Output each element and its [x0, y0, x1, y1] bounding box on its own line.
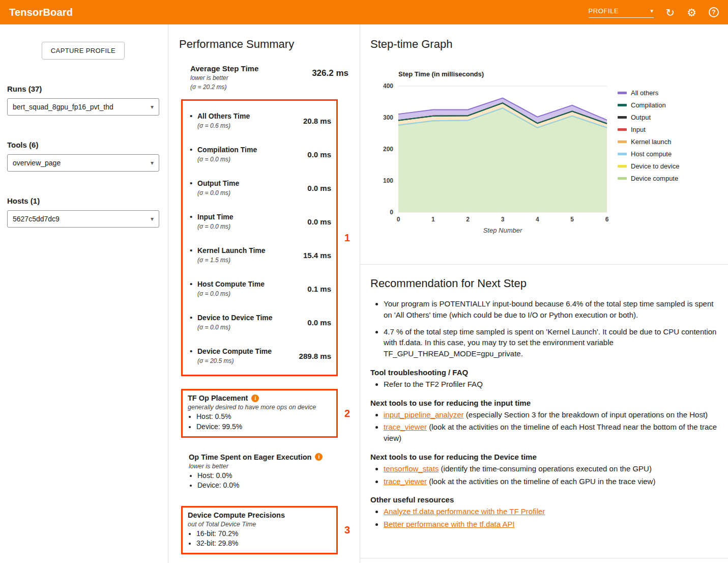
average-step-time-note: lower is better [190, 74, 312, 82]
legend-label: All others [631, 89, 658, 97]
legend-swatch [618, 177, 627, 180]
tools-label: Tools (6) [7, 140, 159, 149]
reco-section-input-time: Next tools to use for reducing the input… [370, 399, 718, 444]
dashboard-selector-value: PROFILE [589, 7, 619, 15]
tf-op-device-item: Device: 99.5% [196, 422, 331, 432]
chart-title: Step Time (in milliseconds) [398, 70, 718, 78]
svg-text:4: 4 [536, 216, 539, 223]
metric-sigma: (σ = 0.0 ms) [197, 189, 307, 196]
reco-item: Better performance with the tf.data API [384, 519, 718, 530]
reco-heading: Next tools to use for reducing the input… [370, 399, 718, 407]
metric-sigma: (σ = 0.0 ms) [197, 324, 307, 331]
svg-text:100: 100 [383, 177, 393, 184]
reco-link[interactable]: Analyze tf.data performance with the TF … [384, 507, 545, 516]
legend-item: Host compute [618, 150, 679, 158]
reco-link[interactable]: Better performance with the tf.data API [384, 520, 515, 528]
reco-section-resources: Other useful resources Analyze tf.data p… [370, 495, 718, 530]
capture-profile-button[interactable]: CAPTURE PROFILE [42, 42, 125, 60]
runs-label: Runs (37) [7, 85, 159, 93]
sidebar: CAPTURE PROFILE Runs (37) bert_squad_8gp… [0, 24, 168, 563]
tf-op-placement-title: TF Op Placement [188, 394, 248, 402]
metric-value: 0.0 ms [307, 318, 331, 327]
refresh-icon[interactable]: ↻ [666, 7, 675, 18]
runs-select[interactable]: bert_squad_8gpu_fp16_pvt_thd ▾ [7, 98, 159, 116]
reco-item: tensorflow_stats (identify the time-cons… [384, 463, 718, 474]
svg-text:200: 200 [383, 146, 393, 153]
hosts-select-value: 5627c5dd7dc9 [13, 215, 60, 223]
hosts-label: Hosts (1) [7, 196, 159, 205]
reco-section-faq: Tool troubleshooting / FAQ Refer to the … [370, 368, 718, 390]
metric-sigma: (σ = 0.6 ms) [197, 122, 303, 129]
svg-text:300: 300 [383, 114, 393, 121]
hosts-select[interactable]: 5627c5dd7dc9 ▾ [7, 210, 159, 228]
recommendation-bullet: 4.7 % of the total step time sampled is … [384, 326, 718, 359]
app-title: TensorBoard [9, 7, 73, 18]
metric-sigma: (σ = 0.0 ms) [197, 156, 307, 163]
eager-execution-section: Op Time Spent on Eager Execution lower i… [189, 453, 341, 491]
eager-host-item: Host: 0.0% [197, 471, 341, 481]
reco-item: Refer to the TF2 Profiler FAQ [384, 379, 718, 390]
legend-item: All others [618, 89, 679, 97]
legend-label: Kernel launch [631, 138, 672, 146]
metric-value: 0.0 ms [307, 150, 331, 159]
step-time-panel: Step-time Graph Step Time (in millisecon… [360, 24, 728, 563]
reco-link[interactable]: input_pipeline_analyzer [384, 410, 464, 419]
precision-32bit-item: 32-bit: 29.8% [196, 539, 331, 549]
recommendation-bullet: Your program is POTENTIALLY input-bound … [384, 298, 718, 321]
metric-row: All Others Time (σ = 0.6 ms) 20.8 ms [183, 103, 336, 137]
svg-text:0: 0 [397, 216, 400, 223]
tools-select[interactable]: overview_page ▾ [7, 154, 159, 172]
annotation-3: 3 [344, 524, 350, 536]
legend-item: Output [618, 114, 679, 121]
help-icon[interactable]: ? [709, 7, 719, 17]
legend-swatch [618, 116, 627, 119]
svg-text:6: 6 [605, 216, 609, 223]
legend-label: Device to device [631, 162, 679, 170]
average-step-time-value: 326.2 ms [312, 68, 348, 91]
metric-label: Kernel Launch Time [197, 246, 303, 255]
metric-value: 15.4 ms [303, 251, 331, 260]
eager-execution-note: lower is better [189, 463, 341, 470]
tf-op-placement-note: generally desired to have more ops on de… [188, 404, 331, 411]
legend-label: Host compute [631, 150, 672, 158]
average-step-time: Average Step Time lower is better (σ = 2… [190, 64, 348, 91]
reco-item: Analyze tf.data performance with the TF … [384, 506, 718, 517]
legend-label: Device compute [631, 175, 678, 182]
average-step-time-label: Average Step Time [190, 64, 312, 73]
annotation-1: 1 [344, 232, 350, 244]
reco-link[interactable]: tensorflow_stats [384, 464, 439, 473]
svg-text:1: 1 [431, 216, 435, 223]
metric-label: All Others Time [197, 112, 303, 120]
device-precision-note: out of Total Device Time [188, 521, 331, 528]
metric-value: 0.1 ms [307, 285, 331, 293]
metric-sigma: (σ = 20.5 ms) [197, 357, 299, 364]
tf-op-placement-box: TF Op Placement generally desired to hav… [181, 389, 338, 437]
reco-item: trace_viewer (look at the activities on … [384, 421, 718, 444]
metric-value: 289.8 ms [299, 352, 331, 360]
reco-link[interactable]: trace_viewer [384, 477, 427, 486]
legend-label: Output [631, 114, 651, 121]
chevron-down-icon: ▾ [151, 103, 154, 110]
chevron-down-icon: ▾ [151, 215, 154, 222]
svg-text:Step Number: Step Number [483, 227, 522, 234]
info-icon[interactable] [251, 395, 259, 402]
info-icon[interactable] [315, 453, 323, 461]
reco-link[interactable]: trace_viewer [384, 423, 427, 431]
metric-label: Host Compute Time [197, 280, 307, 288]
eager-execution-title: Op Time Spent on Eager Execution [189, 453, 311, 461]
legend-item: Input [618, 126, 679, 133]
metric-value: 0.0 ms [307, 217, 331, 226]
performance-summary-title: Performance Summary [179, 38, 352, 51]
legend-swatch [618, 128, 627, 131]
legend-item: Kernel launch [618, 138, 679, 146]
metric-sigma: (σ = 0.0 ms) [197, 223, 307, 230]
device-precision-title: Device Compute Precisions [188, 511, 285, 519]
metric-sigma: (σ = 0.0 ms) [197, 290, 307, 297]
svg-text:2: 2 [466, 216, 470, 223]
reco-item: trace_viewer (look at the activities on … [384, 476, 718, 487]
performance-summary-panel: Performance Summary Average Step Time lo… [168, 24, 360, 563]
gear-icon[interactable]: ⚙ [687, 7, 696, 18]
bottom-divider [360, 558, 728, 558]
legend-swatch [618, 153, 627, 155]
dashboard-selector[interactable]: PROFILE ▾ [589, 7, 654, 18]
